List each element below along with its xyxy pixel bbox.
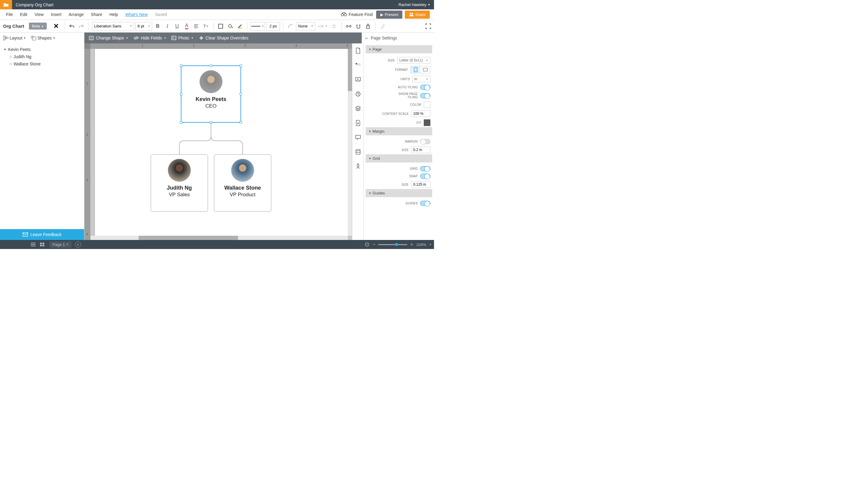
section-margin[interactable]: ▼ Margin <box>365 127 432 135</box>
show-tiling-toggle[interactable] <box>420 93 430 98</box>
shape-border-button[interactable] <box>216 22 225 30</box>
guides-toggle[interactable] <box>420 201 430 206</box>
zoom-in-button[interactable]: + <box>410 242 413 247</box>
share-button[interactable]: Share <box>405 11 430 19</box>
grid-size-input[interactable] <box>411 181 430 188</box>
tab-layers[interactable] <box>352 101 363 116</box>
tree-child[interactable]: Wallace Stone <box>4 60 80 67</box>
tab-chat[interactable] <box>352 130 363 145</box>
layout-icon <box>3 36 9 40</box>
menu-help[interactable]: Help <box>106 10 122 19</box>
zoom-out-button[interactable]: − <box>373 242 375 247</box>
canvas[interactable]: 1 2 3 4 5 1 2 3 4 Kevin Peets <box>84 43 352 240</box>
underline-button[interactable]: U <box>173 22 181 30</box>
tree-child[interactable]: Judith Ng <box>4 53 80 60</box>
user-menu[interactable]: Rachel Hawkley ▼ <box>398 2 430 7</box>
margin-toggle[interactable] <box>420 139 430 144</box>
page-color-picker[interactable] <box>424 101 430 108</box>
snap-toggle[interactable] <box>420 174 430 179</box>
tree-root[interactable]: ▼ Kevin Peets <box>4 46 80 53</box>
page-selector[interactable]: Page 1 ▼ <box>50 241 71 248</box>
zoom-slider[interactable] <box>378 244 407 245</box>
bold-button[interactable]: B <box>153 22 162 30</box>
section-page[interactable]: ▼ Page <box>365 45 432 53</box>
feedback-button[interactable]: Leave Feedback <box>0 229 84 240</box>
margin-size-input[interactable] <box>411 146 430 153</box>
italic-button[interactable]: I <box>163 22 172 30</box>
menu-insert[interactable]: Insert <box>47 10 65 19</box>
text-size-button[interactable]: T⇕ <box>202 22 210 30</box>
zoom-level[interactable]: 104% <box>416 243 426 247</box>
undo-button[interactable] <box>67 22 76 30</box>
magnet-button[interactable] <box>354 22 363 30</box>
fullscreen-button[interactable] <box>426 24 431 29</box>
label-color: COLOR <box>410 103 421 106</box>
line-color-button[interactable] <box>236 22 244 30</box>
tab-comments[interactable] <box>352 58 363 73</box>
app-logo[interactable] <box>0 0 12 9</box>
menu-view[interactable]: View <box>31 10 47 19</box>
shapes-dropdown[interactable]: Shapes ▼ <box>31 36 55 40</box>
fill-button[interactable] <box>226 22 235 30</box>
hide-fields-button[interactable]: Hide Fields ▼ <box>134 36 166 40</box>
horizontal-scrollbar[interactable] <box>90 236 348 240</box>
swap-arrows-button[interactable] <box>330 22 338 30</box>
target-icon[interactable] <box>365 242 370 247</box>
menu-whats-new[interactable]: What's New <box>122 10 151 19</box>
landscape-button[interactable] <box>420 66 430 73</box>
add-page-button[interactable]: + <box>75 241 81 248</box>
photo-button[interactable]: Photo ▼ <box>172 36 193 40</box>
feature-find[interactable]: Feature Find <box>341 12 373 17</box>
align-button[interactable] <box>192 22 200 30</box>
auto-tiling-toggle[interactable] <box>420 85 430 90</box>
link-button[interactable] <box>345 22 353 30</box>
menu-share[interactable]: Share <box>88 10 106 19</box>
layout-dropdown[interactable]: Layout ▼ <box>3 36 26 40</box>
section-grid[interactable]: ▼ Grid <box>365 154 432 162</box>
units-select[interactable]: in▼ <box>412 76 430 82</box>
line-type-button[interactable] <box>286 22 295 30</box>
svg-point-5 <box>231 27 233 28</box>
font-size-select[interactable]: 8 pt▼ <box>135 22 152 30</box>
lock-button[interactable] <box>364 22 372 30</box>
tab-data[interactable] <box>352 145 363 159</box>
tab-themes[interactable] <box>352 116 363 130</box>
content-scale-input[interactable] <box>411 110 430 117</box>
fit-button[interactable] <box>424 119 430 126</box>
line-style-select[interactable]: ▼ <box>251 22 265 30</box>
line-width-input[interactable] <box>266 22 280 30</box>
grid-view-button[interactable] <box>39 241 46 248</box>
page-size-select[interactable]: Letter (8.5x11)▼ <box>397 57 430 64</box>
grid-toggle[interactable] <box>420 166 430 171</box>
present-button[interactable]: ▶ Present <box>376 11 402 19</box>
svg-rect-10 <box>6 37 8 39</box>
arrow-end-select[interactable]: ▼ <box>317 22 329 30</box>
portrait-button[interactable] <box>411 66 420 73</box>
page-canvas[interactable]: Kevin Peets CEO Judith Ng VP Sales Walla… <box>95 49 350 236</box>
font-select[interactable]: Liberation Sans▼ <box>92 22 134 30</box>
wrench-button[interactable] <box>378 22 387 30</box>
vertical-scrollbar[interactable] <box>348 49 352 236</box>
context-toolbar: Layout ▼ Shapes ▼ Change Shape ▼ Hide Fi… <box>0 32 434 43</box>
tab-present[interactable] <box>352 73 363 87</box>
org-node-vp1[interactable]: Judith Ng VP Sales <box>151 154 208 212</box>
change-shape-button[interactable]: Change Shape ▼ <box>89 36 128 40</box>
org-node-ceo[interactable]: Kevin Peets CEO <box>181 65 241 123</box>
menu-edit[interactable]: Edit <box>16 10 31 19</box>
document-title[interactable]: Company Org Chart <box>16 2 398 7</box>
panel-collapse-button[interactable]: ›› <box>365 36 368 40</box>
tab-history[interactable] <box>352 87 363 101</box>
tab-actions[interactable] <box>352 159 363 174</box>
tab-page[interactable] <box>352 43 363 58</box>
redo-button[interactable] <box>77 22 85 30</box>
menu-file[interactable]: File <box>2 10 16 19</box>
arrow-start-select[interactable]: None▼ <box>296 22 315 30</box>
menu-arrange[interactable]: Arrange <box>65 10 88 19</box>
close-icon[interactable]: ✕ <box>51 22 61 30</box>
text-color-button[interactable]: A <box>182 22 191 30</box>
clear-overrides-button[interactable]: Clear Shape Overrides <box>199 36 248 40</box>
org-node-vp2[interactable]: Wallace Stone VP Product <box>214 154 271 212</box>
list-view-button[interactable] <box>29 241 37 248</box>
beta-badge[interactable]: Beta ▼ <box>29 23 47 29</box>
section-guides[interactable]: ▼ Guides <box>365 189 432 197</box>
